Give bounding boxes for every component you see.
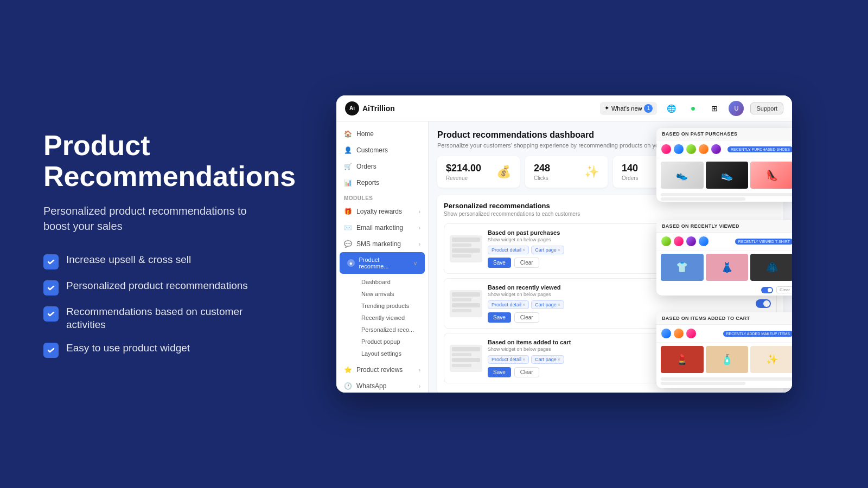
clear-button-past[interactable]: Clear [514,258,539,268]
avatar-cart-2 [673,328,684,339]
sidebar-item-whatsapp[interactable]: 🕐 WhatsApp › [336,378,428,393]
reviews-expand-icon: › [419,367,420,373]
sub-item-layout-settings[interactable]: Layout settings [354,348,428,359]
clear-button-cart[interactable]: Clear [514,367,539,377]
tag-x-5[interactable]: × [522,357,525,362]
preview-past-avatars: RECENTLY PURCHASED SHOES [656,140,792,158]
tag-x-3[interactable]: × [522,302,525,307]
loyalty-icon: 🎁 [344,208,352,215]
sidebar-item-loyalty[interactable]: 🎁 Loyalty rewards › [336,203,428,220]
sidebar-customers-label: Customers [356,146,388,154]
avatar-past-1 [661,144,672,155]
viewed-toggle-row: Clear [656,284,792,296]
preview-past-header: BASED ON PAST PURCHASES [656,128,792,140]
sub-item-recently-viewed[interactable]: Recently viewed [354,312,428,324]
stat-revenue: $214.00 Revenue 💰 [437,156,520,188]
recently-purchased-badge: RECENTLY PURCHASED SHOES [727,146,792,152]
revenue-value: $214.00 [446,163,481,174]
sidebar-orders-label: Orders [356,163,376,170]
preview-cart-avatars: RECENTLY ADDED MAKEUP ITEMS [656,325,792,343]
reco-subtitle: Show personalized recommendations to eac… [444,211,777,217]
feature-item-1: Increase upsell & cross sell [43,253,250,269]
thumb-line-7 [452,303,480,307]
dashboard-container: Ai AiTrillion ✦ What's new 1 🌐 ● ⊞ U Sup… [336,95,792,393]
tag-x-4[interactable]: × [558,302,560,307]
sidebar-item-orders[interactable]: 🛒 Orders [336,158,428,175]
sidebar-item-reports[interactable]: 📊 Reports [336,175,428,191]
feature-item-2: Personalized product recommendations [43,279,250,296]
preview-past-panel: BASED ON PAST PURCHASES RECENTLY PURCHAS… [656,128,792,202]
tag-product-detail-viewed: Product detail × [488,300,529,309]
sidebar-email-label: Email marketing [356,224,403,232]
sidebar-home-label: Home [356,130,374,138]
check-icon-1 [43,254,59,269]
preview-viewed-header: BASED ON RECENTLY VIEWED [656,220,792,233]
avatar-past-4 [698,144,709,155]
tag-x-2[interactable]: × [558,247,560,253]
tag-x-1[interactable]: × [522,247,525,253]
sub-item-dashboard[interactable]: Dashboard [354,276,428,288]
user-avatar[interactable]: U [729,101,744,116]
save-button-cart[interactable]: Save [488,367,511,377]
shirt-product-2: 👗 [706,254,749,281]
tag-cart-page-past: Cart page × [531,246,564,254]
save-button-past[interactable]: Save [488,258,511,268]
cart-placeholder-2 [661,382,745,385]
top-nav: Ai AiTrillion ✦ What's new 1 🌐 ● ⊞ U Sup… [336,95,792,121]
sms-icon: 💬 [344,240,352,248]
sidebar-item-email[interactable]: ✉️ Email marketing › [336,220,428,236]
sidebar-sms-label: SMS marketing [356,240,401,248]
sub-item-personalized[interactable]: Personalized reco... [354,324,428,336]
clicks-icon: ✨ [584,165,599,179]
modules-label: MODULES [336,191,428,203]
makeup-product-1: 💄 [661,346,704,373]
thumb-line-11 [452,358,480,362]
sub-item-product-popup[interactable]: Product popup [354,336,428,348]
whats-new-label: What's new [611,105,642,112]
sub-item-new-arrivals[interactable]: New arrivals [354,288,428,300]
feature-text-3: Recommendations based on customer activi… [66,305,250,332]
shoe-product-2: 👟 [706,162,749,189]
sidebar-item-customers[interactable]: 👤 Customers [336,142,428,158]
toggle-viewed[interactable] [756,299,771,308]
product-reco-expand-icon: ∨ [413,260,417,266]
makeup-product-2: 🧴 [706,346,749,373]
left-panel: Product Recommendations Personalized pro… [0,98,282,390]
tag-product-detail-past: Product detail × [488,246,529,254]
preview-cart-panel: BASED ON ITEMS ADDED TO CART RECENTLY AD… [656,312,792,388]
shoe-product-1: 👟 [661,162,704,189]
avatar-viewed-1 [661,236,672,247]
viewed-mini-toggle[interactable] [761,287,773,293]
sidebar-item-home[interactable]: 🏠 Home [336,126,428,142]
reco-title: Personalized recommendations [444,202,777,210]
reco-tags-viewed: Product detail × Cart page × [488,300,750,309]
preview-cart-header: BASED ON ITEMS ADDED TO CART [656,312,792,325]
avatar-cart-3 [686,328,697,339]
reco-thumb-past [450,235,482,262]
recently-viewed-badge: RECENTLY VIEWED T-SHIRT [735,239,792,245]
save-button-viewed[interactable]: Save [488,312,511,323]
language-selector[interactable]: 🌐 [663,101,679,116]
sidebar-reviews-label: Product reviews [356,366,403,374]
thumb-line-12 [452,364,471,367]
grid-icon[interactable]: ⊞ [707,101,722,116]
email-icon: ✉️ [344,224,352,232]
support-button[interactable]: Support [750,102,783,114]
sidebar-item-product-reco[interactable]: ● Product recomme... ∨ [340,252,425,274]
viewed-mini-clear[interactable]: Clear [776,286,792,293]
sidebar-item-sms[interactable]: 💬 SMS marketing › [336,236,428,252]
shirt-product-1: 👕 [661,254,704,281]
tag-x-6[interactable]: × [558,357,560,362]
orders-icon: 🛒 [344,163,352,170]
clear-button-viewed[interactable]: Clear [514,312,539,323]
shoe-product-3: 👠 [750,162,792,189]
whatsapp-nav-icon[interactable]: ● [685,101,700,116]
sidebar-item-reviews[interactable]: ⭐ Product reviews › [336,362,428,378]
thumb-line-3 [452,248,480,253]
preview-viewed-avatars: RECENTLY VIEWED T-SHIRT [656,233,792,251]
cart-placeholder-1 [661,377,792,381]
reports-icon: 📊 [344,179,352,187]
sub-item-trending[interactable]: Trending products [354,300,428,312]
sms-expand-icon: › [419,241,420,247]
whats-new-button[interactable]: ✦ What's new 1 [600,102,658,115]
